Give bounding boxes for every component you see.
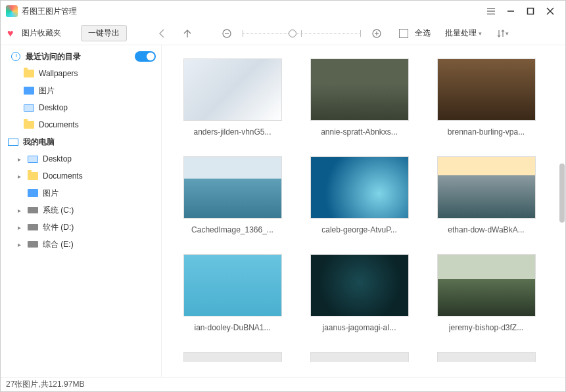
chevron-down-icon: ▾ bbox=[506, 30, 509, 37]
thumbnail-label: annie-spratt-Abnkxs... bbox=[321, 127, 398, 137]
drive-d[interactable]: ▸ 软件 (D:) bbox=[1, 219, 161, 236]
thumbnail-grid-area: anders-jilden-vhnG5... annie-spratt-Abnk… bbox=[162, 45, 565, 377]
zoom-in-button[interactable] bbox=[367, 24, 386, 43]
computer-icon bbox=[7, 137, 19, 147]
zoom-out-button[interactable] bbox=[218, 24, 236, 43]
recent-header[interactable]: 最近访问的目录 bbox=[1, 48, 161, 65]
drive-icon bbox=[27, 239, 39, 250]
toolbar: ♥ 图片收藏夹 一键导出 全选 批量处理 ▾ bbox=[1, 22, 565, 45]
expand-icon[interactable]: ▸ bbox=[15, 173, 23, 180]
expand-icon[interactable]: ▸ bbox=[15, 207, 23, 214]
thumbnail-item[interactable]: CachedImage_1366_... bbox=[175, 156, 290, 234]
svg-rect-4 bbox=[528, 9, 534, 14]
thumbnail-image bbox=[310, 352, 409, 362]
sidebar-item-pictures[interactable]: 图片 bbox=[1, 82, 161, 99]
drive-desktop[interactable]: ▸ Desktop bbox=[1, 150, 161, 167]
back-button[interactable] bbox=[153, 24, 172, 43]
sort-button[interactable]: ▾ bbox=[496, 29, 509, 38]
clock-icon bbox=[10, 51, 22, 62]
thumbnail-item[interactable]: ian-dooley-DuBNA1... bbox=[175, 254, 290, 332]
thumbnail-label: anders-jilden-vhnG5... bbox=[193, 127, 271, 137]
window-title: 看图王图片管理 bbox=[22, 6, 77, 17]
drive-c[interactable]: ▸ 系统 (C:) bbox=[1, 202, 161, 219]
maximize-button[interactable] bbox=[521, 1, 540, 21]
zoom-slider[interactable] bbox=[243, 32, 361, 35]
app-window: 看图王图片管理 ♥ 图片收藏夹 一键导出 bbox=[0, 0, 566, 392]
scrollbar-thumb[interactable] bbox=[559, 163, 565, 223]
my-computer-header[interactable]: 我的电脑 bbox=[1, 133, 161, 150]
folder-icon bbox=[23, 120, 35, 130]
picture-icon bbox=[27, 188, 39, 198]
thumbnail-label: jaanus-jagomagi-aI... bbox=[322, 323, 396, 332]
folder-icon bbox=[27, 171, 39, 181]
thumbnail-image bbox=[310, 156, 409, 219]
app-icon bbox=[6, 5, 18, 17]
thumbnail-image bbox=[437, 352, 536, 362]
thumbnail-image bbox=[310, 254, 409, 316]
expand-icon[interactable]: ▸ bbox=[15, 224, 23, 231]
monitor-icon bbox=[27, 154, 39, 164]
thumbnail-image bbox=[437, 254, 536, 316]
thumbnail-image bbox=[437, 156, 536, 219]
titlebar: 看图王图片管理 bbox=[1, 1, 565, 22]
thumbnail-item[interactable] bbox=[302, 352, 417, 362]
select-all-label: 全选 bbox=[415, 28, 431, 39]
thumbnail-image bbox=[437, 58, 536, 121]
up-button[interactable] bbox=[178, 24, 197, 43]
monitor-icon bbox=[23, 102, 35, 113]
thumbnail-item[interactable]: annie-spratt-Abnkxs... bbox=[302, 58, 417, 137]
thumbnail-item[interactable]: jaanus-jagomagi-aI... bbox=[302, 254, 417, 332]
drive-icon bbox=[27, 205, 39, 215]
chevron-down-icon: ▾ bbox=[479, 30, 482, 37]
batch-process-button[interactable]: 批量处理 ▾ bbox=[445, 28, 482, 39]
statusbar: 27张图片,共121.97MB bbox=[1, 377, 565, 391]
expand-icon[interactable]: ▸ bbox=[15, 156, 23, 163]
thumbnail-label: ethan-dow-dWaBkA... bbox=[448, 225, 524, 234]
thumbnail-image bbox=[183, 352, 282, 362]
sidebar-item-wallpapers[interactable]: Wallpapers bbox=[1, 65, 161, 82]
favorites-label[interactable]: 图片收藏夹 bbox=[22, 28, 61, 39]
thumbnail-image bbox=[183, 58, 282, 121]
thumbnail-item[interactable]: caleb-george-AtvuP... bbox=[302, 156, 417, 234]
thumbnail-label: CachedImage_1366_... bbox=[191, 225, 273, 234]
select-all-checkbox[interactable] bbox=[399, 29, 408, 38]
thumbnail-image bbox=[310, 58, 409, 121]
drive-e[interactable]: ▸ 综合 (E:) bbox=[1, 236, 161, 253]
thumbnail-label: jeremy-bishop-d3fZ... bbox=[449, 323, 523, 332]
thumbnail-label: ian-dooley-DuBNA1... bbox=[194, 323, 270, 332]
folder-icon bbox=[23, 68, 35, 79]
picture-icon bbox=[23, 85, 35, 96]
close-button[interactable] bbox=[540, 1, 560, 21]
heart-icon: ♥ bbox=[7, 28, 14, 39]
thumbnail-item[interactable] bbox=[175, 352, 290, 362]
sidebar-item-documents[interactable]: Documents bbox=[1, 116, 161, 133]
thumbnail-image bbox=[183, 254, 282, 316]
menu-button[interactable] bbox=[481, 1, 501, 21]
thumbnail-image bbox=[183, 156, 282, 219]
expand-icon[interactable]: ▸ bbox=[15, 241, 23, 248]
export-button[interactable]: 一键导出 bbox=[81, 25, 127, 41]
thumbnail-item[interactable] bbox=[429, 352, 544, 362]
sidebar: 最近访问的目录 Wallpapers 图片 Desktop Documents bbox=[1, 45, 162, 377]
minimize-button[interactable] bbox=[501, 1, 521, 21]
thumbnail-item[interactable]: anders-jilden-vhnG5... bbox=[175, 58, 290, 137]
status-text: 27张图片,共121.97MB bbox=[6, 379, 84, 390]
drive-pictures[interactable]: ▸ 图片 bbox=[1, 185, 161, 202]
thumbnail-item[interactable]: jeremy-bishop-d3fZ... bbox=[429, 254, 544, 332]
drive-documents[interactable]: ▸ Documents bbox=[1, 167, 161, 185]
sidebar-item-desktop[interactable]: Desktop bbox=[1, 99, 161, 116]
thumbnail-item[interactable]: brennan-burling-vpa... bbox=[429, 58, 544, 137]
thumbnail-label: caleb-george-AtvuP... bbox=[321, 225, 397, 234]
zoom-handle[interactable] bbox=[289, 30, 296, 37]
thumbnail-item[interactable]: ethan-dow-dWaBkA... bbox=[429, 156, 544, 234]
thumbnail-label: brennan-burling-vpa... bbox=[448, 127, 525, 137]
drive-icon bbox=[27, 222, 39, 232]
recent-toggle[interactable] bbox=[135, 51, 156, 62]
